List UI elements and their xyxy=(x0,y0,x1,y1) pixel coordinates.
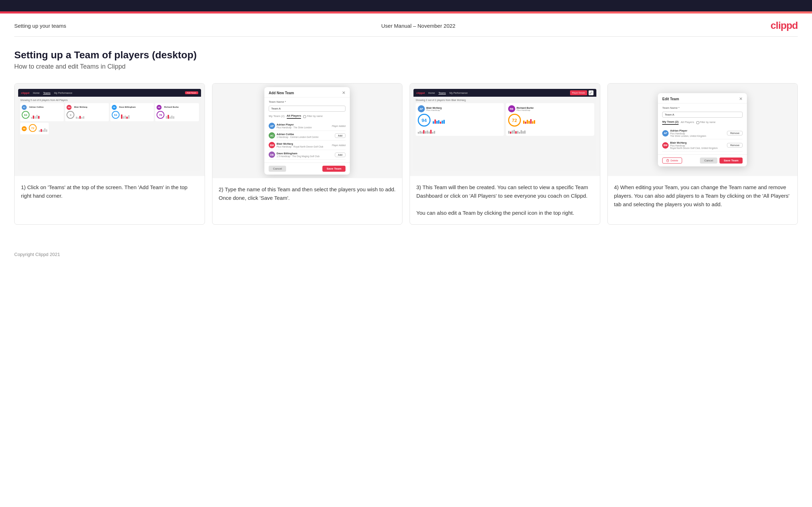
modal-add-close[interactable]: ✕ xyxy=(342,91,346,95)
modal-add-tab-allplayers[interactable]: All Players xyxy=(287,114,301,119)
modal-player-item-2: AC Adrian Coliba 1 Handicap · Central Lo… xyxy=(269,131,346,140)
ss3-avatar-2: RB xyxy=(508,105,515,112)
modal-add-name-input[interactable] xyxy=(269,106,346,112)
delete-icon xyxy=(666,159,669,162)
modal-add-title: Add New Team xyxy=(269,91,294,95)
ss1-score-4: 78 xyxy=(157,111,164,119)
footer: Copyright Clippd 2021 xyxy=(0,246,812,263)
screenshot-1: clippd Home Teams My Performance Add Tea… xyxy=(15,84,205,176)
ss1-chart-4 xyxy=(166,113,174,119)
ss3-scores-1: 94 xyxy=(418,114,502,127)
page-subtitle: How to create and edit Teams in Clippd xyxy=(14,63,798,70)
ss1-add-team-btn[interactable]: Add Team xyxy=(185,91,198,94)
modal-edit-avatar-2: BM xyxy=(662,142,669,149)
ss1-nav-right: Add Team xyxy=(185,91,198,94)
modal-edit-filter-check-input[interactable] xyxy=(696,121,699,124)
ss3-player-info-1: Blair McHarg Plus Handicap xyxy=(426,107,442,111)
ss3-pclub-1: Plus Handicap xyxy=(426,109,442,111)
cards-row: clippd Home Teams My Performance Add Tea… xyxy=(14,83,798,225)
modal-avatar-2: AC xyxy=(269,132,275,139)
ss3-player-details-btn[interactable]: Player Details xyxy=(570,90,587,95)
modal-avatar-1: AP xyxy=(269,123,275,129)
svg-rect-0 xyxy=(667,160,669,162)
ss3-card-1: AP Blair McHarg Plus Handicap 94 xyxy=(416,103,504,136)
ss3-link-teams: Teams xyxy=(438,92,446,94)
card-3-text-1: 3) This Team will then be created. You c… xyxy=(416,183,594,200)
modal-player-status-1: Player Added xyxy=(332,125,346,127)
ss3-pclub-2: Plus Handicap xyxy=(517,109,534,111)
ss3-pencil-icon[interactable] xyxy=(589,90,594,95)
modal-edit-name-label: Team Name * xyxy=(662,106,743,110)
card-1-text: 1) Click on 'Teams' at the top of the sc… xyxy=(15,176,205,207)
ss3-chart-2 xyxy=(523,118,535,124)
modal-edit-action-btns: Cancel Save Team xyxy=(700,158,743,164)
modal-edit-header: Edit Team ✕ xyxy=(658,93,747,103)
ss1-avatar-1: AC xyxy=(22,105,27,110)
ss1-subtitle: Showing 5 out of 8 players from All Play… xyxy=(20,99,199,101)
modal-cancel-button[interactable]: Cancel xyxy=(269,166,286,172)
add-team-modal: Add New Team ✕ Team Name * My Team (2) A… xyxy=(264,87,350,175)
modal-edit-filter-checkbox[interactable]: Filter by name xyxy=(696,121,716,124)
ss1-link-perf: My Performance xyxy=(54,92,72,94)
modal-player-item-1: AP Adrian Player Plus Handicap · The Shi… xyxy=(269,121,346,131)
modal-edit-tab-allplayers[interactable]: All Players xyxy=(681,121,694,124)
ss1-name-1: Adrian Collins xyxy=(28,105,45,110)
modal-player-club-2: 1 Handicap · Central London Golf Centre xyxy=(276,136,318,138)
modal-add-tab-myteam[interactable]: My Team (2) xyxy=(269,114,284,118)
header: Setting up your teams User Manual – Nove… xyxy=(0,14,812,36)
ss1-nav: clippd Home Teams My Performance Add Tea… xyxy=(18,89,201,97)
modal-edit-save-team-button[interactable]: Save Team xyxy=(719,158,743,164)
logo: clippd xyxy=(771,20,798,31)
modal-player-name-2: Adrian Coliba xyxy=(276,133,318,136)
ss1-player-2: BM Blair McHarg 0 xyxy=(65,103,109,121)
card-3-text-2: You can also edit a Team by clicking the… xyxy=(416,209,594,217)
modal-player-status-3: Player Added xyxy=(332,144,346,146)
modal-player-add-btn-4[interactable]: Add xyxy=(335,153,346,157)
ss1-name-2: Blair McHarg xyxy=(73,105,89,110)
screenshot-3: clippd Home Teams My Performance Player … xyxy=(410,84,600,176)
modal-player-name-1: Adrian Player xyxy=(276,123,312,126)
modal-player-details-4: Dave Billingham 1.5 Handicap · The Dog M… xyxy=(276,152,320,158)
modal-add-tabs: My Team (2) All Players Filter by name xyxy=(269,114,346,119)
modal-edit-title: Edit Team xyxy=(662,97,679,101)
ss1-content: Showing 5 out of 8 players from All Play… xyxy=(18,97,201,171)
card-step-1: clippd Home Teams My Performance Add Tea… xyxy=(14,83,205,225)
ss1-avatar-3: DB xyxy=(112,105,117,110)
modal-player-add-btn-2[interactable]: Add xyxy=(335,133,346,138)
modal-save-team-button[interactable]: Save Team xyxy=(322,166,346,172)
modal-add-filter-checkbox[interactable]: Filter by name xyxy=(303,115,322,118)
page-title: Setting up a Team of players (desktop) xyxy=(14,49,798,61)
modal-edit-delete-button[interactable]: Delete xyxy=(662,158,682,164)
modal-add-filter-check-input[interactable] xyxy=(303,115,306,118)
header-logo-area: clippd xyxy=(771,20,798,31)
header-manual-title: User Manual – November 2022 xyxy=(381,23,455,29)
ss1-link-home: Home xyxy=(33,92,40,94)
modal-player-item-4: DB Dave Billingham 1.5 Handicap · The Do… xyxy=(269,150,346,160)
modal-player-details-1: Adrian Player Plus Handicap · The Shire … xyxy=(276,123,312,129)
main-content: Setting up a Team of players (desktop) H… xyxy=(0,37,812,246)
modal-edit-remove-btn-1[interactable]: Remove xyxy=(727,131,743,135)
ss1-bottom-row: RB 72 xyxy=(20,123,199,134)
card-step-3: clippd Home Teams My Performance Player … xyxy=(410,83,600,225)
modal-player-club-3: Plus Handicap · Royal North Devon Golf C… xyxy=(276,145,323,148)
ss1-player-1: AC Adrian Collins 84 xyxy=(20,103,64,121)
modal-edit-tab-myteam[interactable]: My Team (2) xyxy=(662,120,679,125)
modal-player-name-3: Blair McHarg xyxy=(276,142,323,145)
modal-edit-details-1: Adrian Player Plus Handicap The Shire Lo… xyxy=(670,129,706,137)
modal-edit-cancel-button[interactable]: Cancel xyxy=(700,158,717,164)
card-step-2: Add New Team ✕ Team Name * My Team (2) A… xyxy=(212,83,403,225)
ss3-bottom-chart-2 xyxy=(508,128,592,134)
modal-edit-remove-btn-2[interactable]: Remove xyxy=(727,143,743,148)
ss1-player-5: RB 72 xyxy=(20,123,49,134)
modal-edit-pname-2: Blair McHarg xyxy=(670,141,718,144)
modal-add-header: Add New Team ✕ xyxy=(264,87,350,97)
card-3-text: 3) This Team will then be created. You c… xyxy=(410,176,600,224)
delete-label: Delete xyxy=(670,159,678,162)
modal-edit-footer: Delete Cancel Save Team xyxy=(658,154,747,166)
ss3-brand: clippd xyxy=(416,91,425,95)
modal-edit-name-input[interactable] xyxy=(662,112,743,118)
modal-edit-player-list: AP Adrian Player Plus Handicap The Shire… xyxy=(662,127,743,151)
modal-edit-close[interactable]: ✕ xyxy=(739,97,743,101)
ss1-avatar-4: RB xyxy=(157,105,162,110)
modal-edit-avatar-1: AP xyxy=(662,130,669,137)
